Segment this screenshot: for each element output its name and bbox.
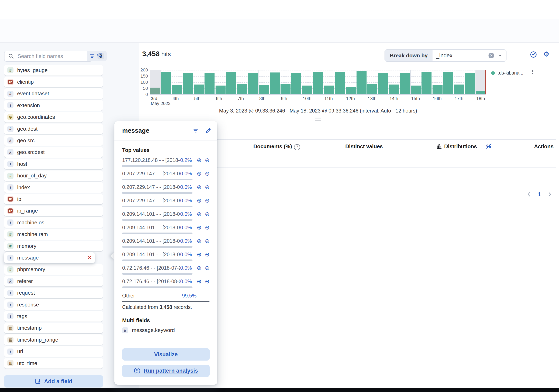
edit-field-pencil-icon[interactable] xyxy=(205,128,211,134)
field-item-geo.dest[interactable]: kgeo.dest xyxy=(4,124,103,134)
histogram-bar[interactable] xyxy=(476,91,486,94)
filter-for-value-icon[interactable]: ⊕ xyxy=(197,225,201,230)
histogram-bar[interactable] xyxy=(411,86,421,94)
field-item-ip_range[interactable]: IPip_range xyxy=(4,206,103,216)
field-search-box[interactable]: 0 xyxy=(4,51,92,62)
histogram-bar[interactable] xyxy=(215,86,225,94)
documents-info-icon[interactable]: ? xyxy=(294,144,300,150)
field-item-host[interactable]: thost xyxy=(4,159,103,169)
field-item-message[interactable]: tmessage✕ xyxy=(4,252,95,263)
field-item-tags[interactable]: ttags xyxy=(4,311,103,322)
histogram-bar[interactable] xyxy=(280,84,290,94)
histogram-bar[interactable] xyxy=(183,73,193,94)
next-page-icon[interactable] xyxy=(547,191,552,197)
field-item-geo.src[interactable]: kgeo.src xyxy=(4,135,103,146)
field-item-geo.coordinates[interactable]: ⊕geo.coordinates xyxy=(4,112,103,122)
multi-field-item[interactable]: k message.keyword xyxy=(122,327,175,333)
histogram-bar[interactable] xyxy=(205,73,214,94)
histogram-bar[interactable] xyxy=(226,72,236,94)
clear-breakdown-icon[interactable]: ✕ xyxy=(488,53,494,58)
filter-for-value-icon[interactable]: ⊕ xyxy=(197,252,201,257)
histogram-bar[interactable] xyxy=(389,84,399,94)
histogram-bar[interactable] xyxy=(150,88,160,94)
filter-for-value-icon[interactable]: ⊕ xyxy=(197,279,201,284)
filter-funnel-icon[interactable] xyxy=(193,128,199,134)
filter-for-value-icon[interactable]: ⊕ xyxy=(197,157,201,163)
histogram-bar[interactable] xyxy=(324,86,334,94)
histogram-bar[interactable] xyxy=(443,72,453,94)
field-item-clientip[interactable]: IPclientip xyxy=(4,77,103,87)
field-item-machine.ram[interactable]: #machine.ram xyxy=(4,229,103,240)
field-item-timestamp_range[interactable]: ▦timestamp_range xyxy=(4,334,103,345)
run-pattern-analysis-button[interactable]: Run pattern analysis xyxy=(122,365,210,377)
field-item-geo.srcdest[interactable]: kgeo.srcdest xyxy=(4,147,103,158)
field-item-extension[interactable]: textension xyxy=(4,100,103,111)
filter-out-value-icon[interactable]: ⊖ xyxy=(205,198,210,204)
close-icon[interactable]: ✕ xyxy=(87,255,92,261)
filter-out-value-icon[interactable]: ⊖ xyxy=(205,225,210,230)
histogram-bar[interactable] xyxy=(313,72,323,94)
filter-out-value-icon[interactable]: ⊖ xyxy=(205,279,210,284)
histogram-bar[interactable] xyxy=(421,72,431,94)
filter-out-value-icon[interactable]: ⊖ xyxy=(205,252,210,257)
histogram-bar[interactable] xyxy=(356,71,366,94)
histogram-bar[interactable] xyxy=(302,86,312,94)
histogram-bar[interactable] xyxy=(270,73,280,94)
field-item-url[interactable]: turl xyxy=(4,346,103,357)
filter-out-value-icon[interactable]: ⊖ xyxy=(205,265,210,271)
filter-out-value-icon[interactable]: ⊖ xyxy=(205,184,210,190)
filter-out-value-icon[interactable]: ⊖ xyxy=(205,211,210,217)
filter-out-value-icon[interactable]: ⊖ xyxy=(205,157,210,163)
field-item-memory[interactable]: #memory xyxy=(4,241,103,251)
histogram-bar[interactable] xyxy=(161,72,171,94)
histogram-bar[interactable] xyxy=(291,73,301,94)
breakdown-select[interactable]: _index ✕ xyxy=(433,50,506,61)
legend-menu-icon[interactable]: ⋮ xyxy=(530,69,536,75)
field-item-phpmemory[interactable]: #phpmemory xyxy=(4,264,103,275)
filter-out-value-icon[interactable]: ⊖ xyxy=(205,238,210,244)
histogram-bar[interactable] xyxy=(172,85,182,94)
field-search-input[interactable] xyxy=(17,53,87,60)
histogram-bar[interactable] xyxy=(367,84,377,94)
field-item-ip[interactable]: IPip xyxy=(4,194,103,204)
field-item-referer[interactable]: kreferer xyxy=(4,276,103,286)
filter-for-value-icon[interactable]: ⊕ xyxy=(197,265,201,271)
field-item-machine.os[interactable]: tmachine.os xyxy=(4,217,103,228)
filter-for-value-icon[interactable]: ⊕ xyxy=(197,198,201,204)
histogram-bar[interactable] xyxy=(400,73,410,94)
field-item-timestamp[interactable]: ▦timestamp xyxy=(4,323,103,333)
prev-page-icon[interactable] xyxy=(526,191,532,197)
text-type-icon: t xyxy=(7,102,13,109)
filter-for-value-icon[interactable]: ⊕ xyxy=(197,238,201,244)
visualize-button[interactable]: Visualize xyxy=(122,348,210,361)
filter-for-value-icon[interactable]: ⊕ xyxy=(197,184,201,190)
field-item-index[interactable]: tindex xyxy=(4,182,103,193)
field-item-request[interactable]: trequest xyxy=(4,288,103,298)
histogram-bar[interactable] xyxy=(454,84,464,94)
histogram-bar[interactable] xyxy=(248,73,258,94)
field-item-bytes_gauge[interactable]: #bytes_gauge xyxy=(4,65,103,75)
filter-for-value-icon[interactable]: ⊕ xyxy=(197,211,201,217)
histogram-bar[interactable] xyxy=(378,73,388,94)
field-item-response[interactable]: tresponse xyxy=(4,299,103,310)
field-name: geo.srcdest xyxy=(17,149,45,155)
field-item-utc_time[interactable]: ▦utc_time xyxy=(4,358,103,369)
add-field-button[interactable]: Add a field xyxy=(4,375,103,388)
histogram-bar[interactable] xyxy=(237,84,247,94)
page-number[interactable]: 1 xyxy=(538,191,541,198)
resize-drag-handle[interactable] xyxy=(315,118,321,122)
histogram-bar[interactable] xyxy=(346,87,356,94)
field-item-hour_of_day[interactable]: #hour_of_day xyxy=(4,171,103,181)
filter-for-value-icon[interactable]: ⊕ xyxy=(197,171,201,177)
histogram-bar[interactable] xyxy=(194,84,204,94)
filter-out-value-icon[interactable]: ⊖ xyxy=(205,171,210,177)
edit-visualization-icon[interactable] xyxy=(530,51,537,58)
chart-options-gear-icon[interactable]: ⚙ xyxy=(543,51,549,58)
histogram-bar[interactable] xyxy=(259,85,269,94)
histogram-bar[interactable] xyxy=(433,85,443,94)
histogram-bar[interactable] xyxy=(335,72,345,94)
collapse-sidebar-icon[interactable] xyxy=(96,52,102,58)
histogram-bar[interactable] xyxy=(465,73,475,94)
field-item-event.dataset[interactable]: kevent.dataset xyxy=(4,88,103,99)
chart-legend[interactable]: .ds-kibana... xyxy=(491,70,523,76)
